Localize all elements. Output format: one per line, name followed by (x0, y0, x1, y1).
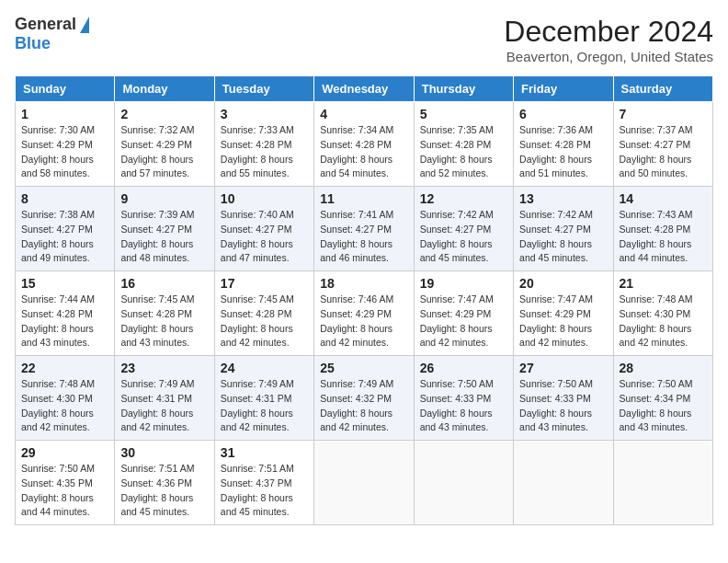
day-number: 2 (120, 107, 208, 121)
calendar-cell: 27 Sunrise: 7:50 AM Sunset: 4:33 PM Dayl… (514, 356, 613, 441)
weekday-header-tuesday: Tuesday (214, 76, 313, 102)
logo-general-text: General (15, 15, 76, 34)
calendar-week-5: 29 Sunrise: 7:50 AM Sunset: 4:35 PM Dayl… (16, 441, 713, 525)
calendar-cell: 12 Sunrise: 7:42 AM Sunset: 4:27 PM Dayl… (414, 187, 513, 271)
day-number: 3 (221, 107, 308, 121)
calendar-cell: 25 Sunrise: 7:49 AM Sunset: 4:32 PM Dayl… (314, 356, 414, 441)
day-number: 25 (320, 361, 407, 375)
calendar-cell: 19 Sunrise: 7:47 AM Sunset: 4:29 PM Dayl… (414, 271, 513, 356)
day-info: Sunrise: 7:45 AM Sunset: 4:28 PM Dayligh… (221, 293, 308, 350)
day-info: Sunrise: 7:46 AM Sunset: 4:29 PM Dayligh… (320, 293, 407, 350)
day-number: 8 (21, 191, 108, 206)
day-info: Sunrise: 7:49 AM Sunset: 4:31 PM Dayligh… (221, 377, 308, 435)
day-info: Sunrise: 7:37 AM Sunset: 4:27 PM Dayligh… (620, 123, 707, 181)
day-number: 13 (519, 191, 607, 206)
day-info: Sunrise: 7:35 AM Sunset: 4:28 PM Dayligh… (420, 123, 507, 181)
day-info: Sunrise: 7:48 AM Sunset: 4:30 PM Dayligh… (620, 293, 707, 350)
weekday-header-saturday: Saturday (613, 76, 712, 102)
calendar-cell: 31 Sunrise: 7:51 AM Sunset: 4:37 PM Dayl… (214, 441, 313, 525)
day-info: Sunrise: 7:34 AM Sunset: 4:28 PM Dayligh… (320, 123, 407, 181)
location-title: Beaverton, Oregon, United States (504, 49, 713, 64)
day-info: Sunrise: 7:41 AM Sunset: 4:27 PM Dayligh… (320, 208, 407, 266)
day-number: 30 (120, 445, 208, 460)
day-info: Sunrise: 7:33 AM Sunset: 4:28 PM Dayligh… (221, 123, 308, 181)
day-info: Sunrise: 7:42 AM Sunset: 4:27 PM Dayligh… (519, 208, 607, 266)
day-number: 7 (620, 107, 707, 121)
calendar-cell (514, 441, 613, 525)
day-info: Sunrise: 7:43 AM Sunset: 4:28 PM Dayligh… (620, 208, 707, 266)
day-info: Sunrise: 7:40 AM Sunset: 4:27 PM Dayligh… (221, 208, 308, 266)
calendar-cell: 30 Sunrise: 7:51 AM Sunset: 4:36 PM Dayl… (115, 441, 214, 525)
day-info: Sunrise: 7:47 AM Sunset: 4:29 PM Dayligh… (420, 293, 507, 350)
calendar-cell: 5 Sunrise: 7:35 AM Sunset: 4:28 PM Dayli… (414, 102, 513, 187)
day-number: 15 (21, 276, 108, 291)
calendar-cell: 14 Sunrise: 7:43 AM Sunset: 4:28 PM Dayl… (613, 187, 712, 271)
calendar-cell: 10 Sunrise: 7:40 AM Sunset: 4:27 PM Dayl… (214, 187, 313, 271)
day-info: Sunrise: 7:50 AM Sunset: 4:35 PM Dayligh… (21, 462, 108, 520)
day-info: Sunrise: 7:38 AM Sunset: 4:27 PM Dayligh… (21, 208, 108, 266)
calendar-cell (314, 441, 414, 525)
day-number: 16 (120, 276, 208, 291)
calendar-week-4: 22 Sunrise: 7:48 AM Sunset: 4:30 PM Dayl… (16, 356, 713, 441)
calendar-week-2: 8 Sunrise: 7:38 AM Sunset: 4:27 PM Dayli… (16, 187, 713, 271)
day-number: 11 (320, 191, 407, 206)
calendar-cell (613, 441, 712, 525)
day-info: Sunrise: 7:32 AM Sunset: 4:29 PM Dayligh… (120, 123, 208, 181)
calendar-cell: 26 Sunrise: 7:50 AM Sunset: 4:33 PM Dayl… (414, 356, 513, 441)
calendar-week-3: 15 Sunrise: 7:44 AM Sunset: 4:28 PM Dayl… (16, 271, 713, 356)
calendar-cell: 8 Sunrise: 7:38 AM Sunset: 4:27 PM Dayli… (16, 187, 115, 271)
day-info: Sunrise: 7:48 AM Sunset: 4:30 PM Dayligh… (21, 377, 108, 435)
calendar-cell: 4 Sunrise: 7:34 AM Sunset: 4:28 PM Dayli… (314, 102, 414, 187)
day-info: Sunrise: 7:30 AM Sunset: 4:29 PM Dayligh… (21, 123, 108, 181)
calendar-cell: 21 Sunrise: 7:48 AM Sunset: 4:30 PM Dayl… (613, 271, 712, 356)
calendar-cell: 7 Sunrise: 7:37 AM Sunset: 4:27 PM Dayli… (613, 102, 712, 187)
day-number: 18 (320, 276, 407, 291)
calendar-cell: 1 Sunrise: 7:30 AM Sunset: 4:29 PM Dayli… (16, 102, 115, 187)
day-number: 6 (519, 107, 607, 121)
calendar-cell: 28 Sunrise: 7:50 AM Sunset: 4:34 PM Dayl… (613, 356, 712, 441)
day-number: 24 (221, 361, 308, 375)
calendar-cell: 29 Sunrise: 7:50 AM Sunset: 4:35 PM Dayl… (16, 441, 115, 525)
weekday-header-wednesday: Wednesday (314, 76, 414, 102)
day-info: Sunrise: 7:45 AM Sunset: 4:28 PM Dayligh… (120, 293, 208, 350)
weekday-header-monday: Monday (115, 76, 214, 102)
weekday-header-thursday: Thursday (414, 76, 513, 102)
month-title: December 2024 (504, 15, 713, 49)
day-info: Sunrise: 7:51 AM Sunset: 4:36 PM Dayligh… (120, 462, 208, 520)
calendar-cell: 3 Sunrise: 7:33 AM Sunset: 4:28 PM Dayli… (214, 102, 313, 187)
day-info: Sunrise: 7:50 AM Sunset: 4:34 PM Dayligh… (620, 377, 707, 435)
calendar-cell: 6 Sunrise: 7:36 AM Sunset: 4:28 PM Dayli… (514, 102, 613, 187)
day-number: 31 (221, 445, 308, 460)
day-info: Sunrise: 7:51 AM Sunset: 4:37 PM Dayligh… (221, 462, 308, 520)
day-info: Sunrise: 7:44 AM Sunset: 4:28 PM Dayligh… (21, 293, 108, 350)
day-number: 29 (21, 445, 108, 460)
day-info: Sunrise: 7:49 AM Sunset: 4:31 PM Dayligh… (120, 377, 208, 435)
calendar-cell (414, 441, 513, 525)
day-number: 26 (420, 361, 507, 375)
day-number: 27 (519, 361, 607, 375)
title-area: December 2024 Beaverton, Oregon, United … (504, 15, 713, 64)
day-number: 21 (620, 276, 707, 291)
calendar-cell: 23 Sunrise: 7:49 AM Sunset: 4:31 PM Dayl… (115, 356, 214, 441)
day-number: 14 (620, 191, 707, 206)
calendar-cell: 17 Sunrise: 7:45 AM Sunset: 4:28 PM Dayl… (214, 271, 313, 356)
day-number: 9 (120, 191, 208, 206)
day-info: Sunrise: 7:42 AM Sunset: 4:27 PM Dayligh… (420, 208, 507, 266)
day-number: 10 (221, 191, 308, 206)
day-number: 19 (420, 276, 507, 291)
calendar-cell: 15 Sunrise: 7:44 AM Sunset: 4:28 PM Dayl… (16, 271, 115, 356)
weekday-header-friday: Friday (514, 76, 613, 102)
calendar-cell: 13 Sunrise: 7:42 AM Sunset: 4:27 PM Dayl… (514, 187, 613, 271)
day-info: Sunrise: 7:36 AM Sunset: 4:28 PM Dayligh… (519, 123, 607, 181)
calendar-cell: 9 Sunrise: 7:39 AM Sunset: 4:27 PM Dayli… (115, 187, 214, 271)
day-number: 5 (420, 107, 507, 121)
day-number: 4 (320, 107, 407, 121)
logo: General Blue (15, 15, 89, 53)
calendar-cell: 22 Sunrise: 7:48 AM Sunset: 4:30 PM Dayl… (16, 356, 115, 441)
calendar-cell: 2 Sunrise: 7:32 AM Sunset: 4:29 PM Dayli… (115, 102, 214, 187)
calendar-cell: 11 Sunrise: 7:41 AM Sunset: 4:27 PM Dayl… (314, 187, 414, 271)
day-info: Sunrise: 7:49 AM Sunset: 4:32 PM Dayligh… (320, 377, 407, 435)
day-info: Sunrise: 7:39 AM Sunset: 4:27 PM Dayligh… (120, 208, 208, 266)
day-number: 1 (21, 107, 108, 121)
day-number: 23 (120, 361, 208, 375)
